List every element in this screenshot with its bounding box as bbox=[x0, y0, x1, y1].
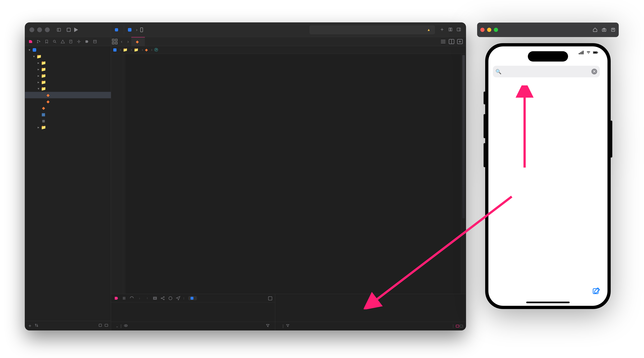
breakpoints-navigator-icon[interactable] bbox=[83, 39, 90, 45]
console-filter-icon[interactable] bbox=[286, 324, 290, 328]
library-icon[interactable] bbox=[448, 27, 453, 32]
file-notesapp[interactable]: ◆ bbox=[25, 105, 111, 111]
sim-traffic-lights[interactable] bbox=[480, 28, 498, 32]
svg-point-9 bbox=[37, 42, 38, 43]
file-noteeditscreen[interactable]: ◆ bbox=[25, 98, 111, 105]
close-dot[interactable] bbox=[30, 27, 34, 32]
code-editor[interactable] bbox=[126, 54, 461, 294]
window-traffic-lights[interactable] bbox=[25, 27, 54, 32]
add-icon[interactable] bbox=[440, 27, 444, 32]
close-dot[interactable] bbox=[480, 28, 484, 32]
step-into-icon[interactable]: ↓ bbox=[137, 296, 142, 301]
volume-up[interactable] bbox=[484, 114, 486, 138]
env-overrides-icon[interactable] bbox=[168, 296, 173, 301]
file-tree[interactable]: ▾ ▾📁 ▸📁 ▸📁 ▸📁 ▸📁 ▾📁 ◆ ◆ ◆ ▦ bbox=[25, 46, 111, 321]
home-indicator[interactable] bbox=[526, 302, 570, 303]
bookmarks-navigator-icon[interactable] bbox=[43, 39, 50, 45]
iphone-screen[interactable]: 🔍 ✕ bbox=[488, 46, 608, 306]
svg-point-44 bbox=[169, 297, 172, 300]
screenshot-icon[interactable] bbox=[602, 27, 606, 32]
reports-navigator-icon[interactable] bbox=[91, 39, 99, 45]
location-icon[interactable] bbox=[176, 296, 180, 301]
file-assets[interactable]: ▦ bbox=[25, 111, 111, 118]
folder-views[interactable]: ▸📁 bbox=[25, 73, 111, 79]
svg-point-40 bbox=[164, 297, 164, 297]
stop-button-icon[interactable] bbox=[67, 28, 71, 32]
folder-notes[interactable]: ▾📁 bbox=[25, 53, 111, 60]
file-noteslistscreen[interactable]: ◆ bbox=[25, 92, 111, 98]
file-plist[interactable]: ≣ bbox=[25, 118, 111, 124]
activity-status[interactable] bbox=[310, 25, 435, 34]
scheme-selector[interactable] bbox=[115, 28, 120, 31]
sidebar-toggle-icon[interactable] bbox=[56, 27, 61, 32]
zoom-dot[interactable] bbox=[45, 27, 50, 32]
pause-icon[interactable] bbox=[122, 296, 126, 301]
variables-filter-icon[interactable] bbox=[266, 323, 270, 329]
breakpoints-toggle-icon[interactable] bbox=[114, 296, 119, 301]
recent-filter-icon[interactable] bbox=[98, 323, 102, 328]
run-button-icon[interactable] bbox=[74, 28, 78, 32]
folder-screens[interactable]: ▾📁 bbox=[25, 85, 111, 92]
minimize-dot[interactable] bbox=[487, 28, 491, 32]
project-root[interactable]: ▾ bbox=[25, 47, 111, 53]
process-chip[interactable] bbox=[188, 296, 197, 300]
zoom-dot[interactable] bbox=[494, 28, 498, 32]
issues-navigator-icon[interactable] bbox=[59, 39, 66, 45]
add-target-icon[interactable]: ＋ bbox=[28, 322, 32, 329]
minimap[interactable] bbox=[461, 54, 466, 294]
debug-navigator-icon[interactable] bbox=[75, 39, 82, 45]
mute-switch[interactable] bbox=[484, 92, 486, 104]
step-out-icon[interactable]: ↑ bbox=[145, 296, 150, 301]
compose-button[interactable] bbox=[592, 287, 601, 296]
source-control-navigator-icon[interactable] bbox=[35, 39, 42, 45]
folder-preview-content[interactable]: ▸📁 bbox=[25, 124, 111, 130]
volume-down[interactable] bbox=[484, 143, 486, 167]
svg-point-8 bbox=[37, 40, 38, 41]
editor-options-icon[interactable] bbox=[440, 38, 446, 45]
search-field[interactable]: 🔍 ✕ bbox=[493, 66, 600, 77]
debug-hierarchy-icon[interactable] bbox=[152, 296, 158, 301]
memory-graph-icon[interactable] bbox=[160, 296, 165, 301]
add-editor-icon[interactable] bbox=[456, 38, 463, 45]
side-button[interactable] bbox=[610, 120, 612, 157]
inspectors-toggle-icon[interactable] bbox=[456, 27, 461, 32]
quicklook-icon[interactable] bbox=[124, 323, 128, 329]
project-navigator-icon[interactable] bbox=[27, 39, 34, 45]
simulator-titlebar bbox=[477, 23, 619, 37]
adjust-editor-icon[interactable] bbox=[448, 38, 455, 45]
history-back-icon[interactable]: ‹ bbox=[118, 37, 125, 46]
svg-rect-38 bbox=[154, 298, 156, 299]
console-output[interactable] bbox=[275, 294, 466, 322]
xcode-titlebar bbox=[25, 23, 466, 37]
ontop-icon[interactable] bbox=[611, 27, 616, 32]
variables-scope-selector[interactable] bbox=[114, 324, 118, 328]
app-icon bbox=[128, 28, 132, 32]
tests-navigator-icon[interactable] bbox=[67, 39, 74, 45]
find-navigator-icon[interactable] bbox=[51, 39, 58, 45]
related-items-icon[interactable] bbox=[111, 37, 118, 46]
home-icon[interactable] bbox=[593, 27, 598, 32]
svg-rect-50 bbox=[602, 29, 606, 31]
titlebar-right bbox=[435, 23, 466, 37]
folder-model[interactable]: ▸📁 bbox=[25, 66, 111, 73]
history-forward-icon[interactable]: › bbox=[125, 37, 131, 46]
step-over-icon[interactable] bbox=[130, 296, 134, 301]
warning-count[interactable] bbox=[427, 28, 432, 32]
folder-viewmodifiers[interactable]: ▸📁 bbox=[25, 79, 111, 85]
svg-rect-53 bbox=[579, 53, 580, 54]
svg-point-39 bbox=[161, 298, 162, 299]
clear-search-icon[interactable]: ✕ bbox=[592, 69, 597, 74]
svg-point-14 bbox=[78, 41, 80, 42]
debug-pane-toggle[interactable] bbox=[456, 325, 463, 327]
folder-services[interactable]: ▸📁 bbox=[25, 60, 111, 66]
run-destination[interactable] bbox=[128, 27, 144, 32]
editor-tab-active[interactable]: ◆ bbox=[131, 37, 145, 46]
svg-rect-35 bbox=[123, 297, 124, 300]
svg-point-17 bbox=[35, 324, 36, 325]
line-gutter[interactable] bbox=[111, 54, 123, 294]
scope-filter-icon[interactable] bbox=[104, 323, 108, 328]
pip-icon[interactable] bbox=[268, 296, 272, 300]
minimize-dot[interactable] bbox=[37, 27, 42, 32]
scm-filter-icon[interactable] bbox=[34, 323, 38, 328]
jump-bar[interactable]: 📁 📁 ◆ Ⓟ bbox=[111, 46, 466, 54]
